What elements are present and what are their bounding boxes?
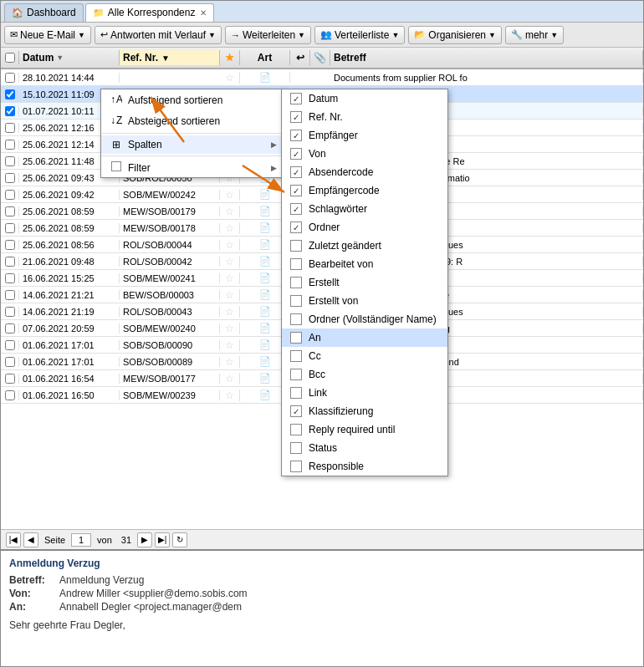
submenu-item-schlagwoerter[interactable]: Schlagwörter [282,200,447,218]
row-star[interactable]: ☆ [220,306,240,318]
submenu-item-bcc[interactable]: Bcc [282,365,447,384]
row-checkbox[interactable] [5,156,15,166]
von-label: Von: [9,588,59,599]
verteilerliste-button[interactable]: 👥 Verteilerliste ▼ [314,26,405,44]
first-page-button[interactable]: |◀ [6,532,21,547]
page-input[interactable] [71,533,91,547]
submenu-item-ordner-voll[interactable]: Ordner (Vollständiger Name) [282,310,447,328]
refresh-button[interactable]: ↻ [172,532,187,547]
row-checkbox-cell [1,206,19,216]
row-datum: 25.06.2021 08:59 [19,223,120,233]
row-checkbox-cell [1,390,19,400]
verteilerliste-label: Verteilerliste [335,29,389,41]
th-star[interactable]: ★ [220,50,240,65]
mehr-button[interactable]: 🔧 mehr ▼ [505,26,564,44]
neue-email-button[interactable]: ✉ Neue E-Mail ▼ [4,26,91,44]
row-checkbox[interactable] [5,173,15,183]
antworten-button[interactable]: ↩ Antworten mit Verlauf ▼ [95,26,222,44]
th-refnr-dropdown-arrow[interactable]: ▼ [161,53,170,63]
row-checkbox[interactable] [5,223,15,233]
submenu-item-refnr[interactable]: Ref. Nr. [282,108,447,126]
submenu-item-ordner[interactable]: Ordner [282,218,447,237]
row-star[interactable]: ☆ [220,272,240,284]
row-star[interactable]: ☆ [220,323,240,334]
row-checkbox[interactable] [5,89,15,99]
submenu-item-absendercode[interactable]: Absendercode [282,163,447,181]
tab-dashboard[interactable]: 🏠 Dashboard [4,3,84,22]
submenu-item-status[interactable]: Status [282,439,447,457]
submenu-item-reply-required[interactable]: Reply required until [282,420,447,439]
row-checkbox[interactable] [5,240,15,250]
submenu-item-bearbeitet[interactable]: Bearbeitet von [282,255,447,273]
th-reply[interactable]: ↩ [290,50,310,65]
row-star[interactable]: ☆ [220,72,240,84]
row-checkbox[interactable] [5,340,15,350]
sort-asc-item[interactable]: ↑A Aufsteigend sortieren [101,89,284,110]
row-checkbox[interactable] [5,374,15,384]
row-checkbox[interactable] [5,257,15,267]
row-star[interactable]: ☆ [220,239,240,251]
tab-close-icon[interactable]: ✕ [200,8,207,18]
row-checkbox-cell [1,89,19,99]
prev-page-button[interactable]: ◀ [23,532,38,547]
select-all-checkbox[interactable] [5,53,15,63]
submenu-item-datum[interactable]: Datum [282,89,447,108]
row-star[interactable]: ☆ [220,339,240,351]
submenu-item-empfaengercode[interactable]: Empfängercode [282,181,447,200]
next-page-button[interactable]: ▶ [137,532,152,547]
row-star[interactable]: ☆ [220,256,240,267]
sort-desc-item[interactable]: ↓Z Absteigend sortieren [101,110,284,131]
row-star[interactable]: ☆ [220,373,240,384]
row-star[interactable]: ☆ [220,189,240,201]
row-star[interactable]: ☆ [220,356,240,368]
row-checkbox[interactable] [5,290,15,300]
submenu-item-responsible[interactable]: Responsible [282,457,447,476]
row-checkbox[interactable] [5,307,15,317]
submenu-item-erstellt-von[interactable]: Erstellt von [282,292,447,310]
submenu-item-klassifizierung[interactable]: Klassifizierung [282,402,447,420]
row-checkbox[interactable] [5,73,15,83]
weiterleiten-button[interactable]: → Weiterleiten ▼ [225,26,311,44]
spalten-item[interactable]: ⊞ Spalten [101,135,284,154]
submenu-item-link[interactable]: Link [282,384,447,402]
organisieren-button[interactable]: 📂 Organisieren ▼ [408,26,502,44]
row-checkbox[interactable] [5,323,15,334]
row-checkbox[interactable] [5,390,15,400]
row-checkbox-cell [1,123,19,133]
filter-item[interactable]: Filter [101,158,284,177]
row-star[interactable]: ☆ [220,289,240,301]
row-checkbox[interactable] [5,140,15,150]
row-checkbox[interactable] [5,190,15,200]
th-checkbox[interactable] [1,51,19,64]
submenu-item-erstellt[interactable]: Erstellt [282,273,447,292]
row-checkbox[interactable] [5,357,15,367]
row-checkbox[interactable] [5,273,15,283]
submenu-item-empfaenger[interactable]: Empfänger [282,126,447,145]
row-star[interactable]: ☆ [220,390,240,401]
doc-art-icon: 📄 [259,239,271,250]
row-checkbox[interactable] [5,206,15,216]
th-attach[interactable]: 📎 [310,50,330,65]
row-datum: 16.06.2021 15:25 [19,273,120,283]
submenu-item-an[interactable]: An [282,328,447,347]
pagination: |◀ ◀ Seite von 31 ▶ ▶| ↻ [1,529,643,549]
row-star[interactable]: ☆ [220,206,240,217]
last-page-button[interactable]: ▶| [155,532,170,547]
th-datum[interactable]: Datum ▼ [19,50,120,65]
th-art[interactable]: Art [240,50,290,65]
th-betreff[interactable]: Betreff [330,50,643,65]
tab-alle-korrespondenz[interactable]: 📁 Alle Korrespondenz ✕ [85,3,215,22]
tab-dashboard-label: Dashboard [27,7,76,18]
submenu-item-zuletzt[interactable]: Zuletzt geändert [282,237,447,255]
doc-art-icon: 📄 [259,189,271,200]
submenu-item-cc[interactable]: Cc [282,347,447,365]
row-refnr: SOB/SOB/00089 [120,357,220,367]
row-checkbox[interactable] [5,106,15,116]
row-datum: 25.06.2021 08:56 [19,240,120,250]
row-checkbox[interactable] [5,123,15,133]
row-star[interactable]: ☆ [220,222,240,234]
th-refnr[interactable]: Ref. Nr. ▼ [120,50,220,65]
submenu-item-von[interactable]: Von [282,145,447,163]
table-row[interactable]: 28.10.2021 14:44☆📄Documents from supplie… [1,69,643,86]
row-betreff: Documents from supplier ROL fo [330,73,643,83]
